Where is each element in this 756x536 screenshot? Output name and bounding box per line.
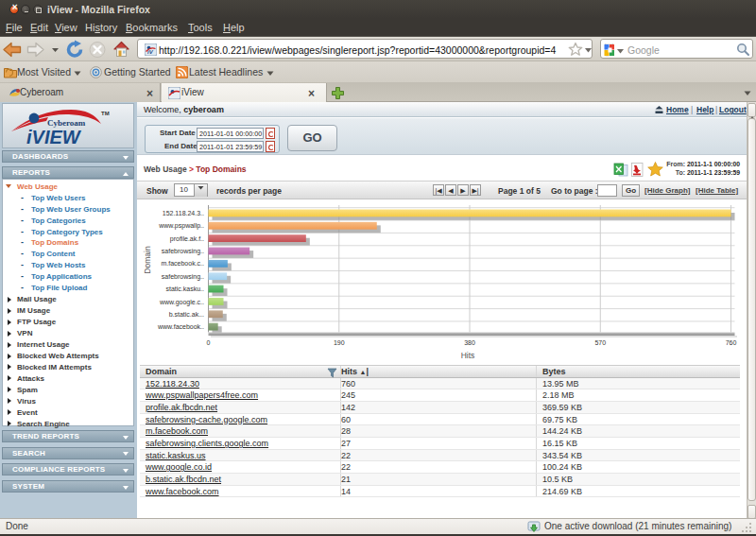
- svg-text:380: 380: [464, 339, 475, 346]
- svg-text:190: 190: [334, 339, 345, 346]
- svg-text:Hits: Hits: [461, 351, 475, 360]
- svg-text:TM: TM: [101, 111, 110, 116]
- svg-text:Domain: Domain: [143, 246, 152, 274]
- svg-text:static.kasku..: static.kasku..: [166, 285, 205, 292]
- svg-text:www.facebook..: www.facebook..: [157, 323, 204, 330]
- svg-text:iV: iV: [147, 49, 154, 55]
- svg-text:b.static.ak...: b.static.ak...: [169, 311, 204, 318]
- svg-text:152.118.24.3..: 152.118.24.3..: [163, 210, 204, 216]
- svg-text:iVIEW: iVIEW: [26, 127, 82, 147]
- svg-text:570: 570: [594, 339, 606, 346]
- svg-text:0: 0: [207, 339, 211, 346]
- svg-text:m.facebook.c..: m.facebook.c..: [161, 260, 204, 267]
- svg-text:www.pspwallp..: www.pspwallp..: [158, 222, 204, 230]
- svg-text:www.google.c..: www.google.c..: [159, 299, 204, 306]
- svg-text:safebrowsing..: safebrowsing..: [162, 248, 204, 255]
- svg-text:760: 760: [726, 339, 737, 346]
- svg-text:profile.ak.f..: profile.ak.f..: [170, 235, 204, 243]
- svg-text:safebrowsing..: safebrowsing..: [162, 273, 204, 281]
